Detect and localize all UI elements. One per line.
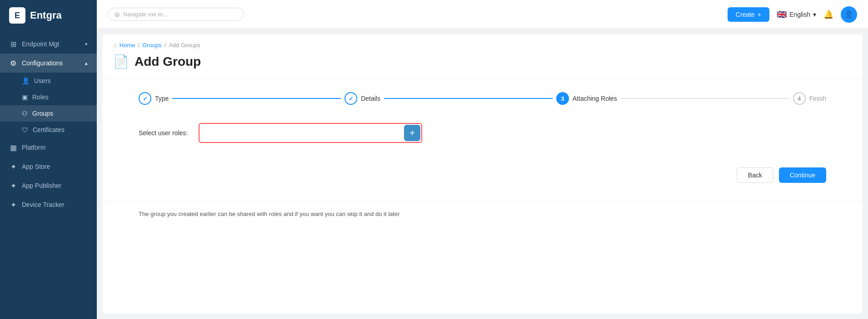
platform-icon: ▦ <box>9 143 17 152</box>
select-roles-row: Select user roles: + <box>139 123 826 143</box>
breadcrumb-home[interactable]: Home <box>120 42 135 49</box>
topbar-right: Create + 🇬🇧 English ▾ 🔔 👤 <box>728 6 857 23</box>
action-buttons: Back Continue <box>102 167 863 192</box>
create-label: Create <box>736 11 755 18</box>
search-box[interactable]: ◎ Navigate me to... <box>108 8 244 21</box>
page-header: 📄 Add Group <box>102 49 863 79</box>
logo-icon: E <box>9 7 25 24</box>
topbar: ◎ Navigate me to... Create + 🇬🇧 English … <box>97 0 868 29</box>
configurations-sub-nav: 👤 Users ▣ Roles ⚇ Groups 🛡 Certificates <box>0 73 97 138</box>
breadcrumb-sep2: / <box>165 42 166 49</box>
certificates-icon: 🛡 <box>22 126 28 133</box>
device-tracker-icon: ✦ <box>9 201 17 209</box>
app-store-icon: ✦ <box>9 162 17 171</box>
groups-icon: ⚇ <box>22 110 28 117</box>
create-button[interactable]: Create + <box>728 7 769 22</box>
language-selector[interactable]: 🇬🇧 English ▾ <box>777 10 816 20</box>
sidebar-item-app-publisher[interactable]: ✦ App Publisher <box>0 176 97 195</box>
configurations-icon: ⚙ <box>9 59 17 67</box>
sidebar-item-app-store[interactable]: ✦ App Store <box>0 157 97 176</box>
sidebar-item-users-label: Users <box>34 77 51 84</box>
step-type-label: Type <box>155 95 169 102</box>
main-area: ◎ Navigate me to... Create + 🇬🇧 English … <box>97 0 868 319</box>
chevron-down-icon: ▾ <box>85 41 88 47</box>
step-finish-circle: 4 <box>793 92 806 105</box>
sidebar-item-configurations-label: Configurations <box>22 59 63 67</box>
content-area: ⌂ Home / Groups / Add Groups 📄 Add Group… <box>102 34 863 314</box>
info-note: The group you created earlier can be sha… <box>102 201 863 217</box>
step-attaching-roles-label: Attaching Roles <box>573 95 617 102</box>
form-area: Select user roles: + <box>102 118 863 167</box>
info-note-text: The group you created earlier can be sha… <box>139 211 400 217</box>
step-connector-3 <box>621 98 789 99</box>
plus-icon: + <box>409 128 415 138</box>
notification-button[interactable]: 🔔 <box>823 10 833 20</box>
sidebar-logo: E Entgra <box>0 0 97 31</box>
role-input[interactable] <box>200 126 400 140</box>
logo-text: Entgra <box>30 10 62 21</box>
plus-icon: + <box>758 11 761 18</box>
sidebar: E Entgra ⊞ Endpoint Mgt ▾ ⚙ Configuratio… <box>0 0 97 319</box>
step-details: ✓ Details <box>344 92 380 105</box>
step-connector-1 <box>172 98 341 99</box>
step-finish: 4 Finish <box>793 92 826 105</box>
sidebar-item-endpoint-mgt[interactable]: ⊞ Endpoint Mgt ▾ <box>0 34 97 54</box>
search-placeholder: Navigate me to... <box>123 11 168 18</box>
role-input-wrapper: + <box>199 123 422 143</box>
sidebar-item-certificates-label: Certificates <box>33 126 65 133</box>
select-roles-label: Select user roles: <box>139 129 193 137</box>
sidebar-item-platform-label: Platform <box>22 144 45 151</box>
sidebar-item-certificates[interactable]: 🛡 Certificates <box>0 122 97 138</box>
breadcrumb-current: Add Groups <box>169 42 200 49</box>
search-icon: ◎ <box>115 11 120 18</box>
sidebar-item-roles[interactable]: ▣ Roles <box>0 89 97 105</box>
step-attaching-roles-circle: 3 <box>556 92 569 105</box>
endpoint-mgt-icon: ⊞ <box>9 40 17 48</box>
page-icon: 📄 <box>113 54 129 69</box>
sidebar-item-endpoint-mgt-label: Endpoint Mgt <box>22 40 60 48</box>
sidebar-item-app-store-label: App Store <box>22 163 50 170</box>
app-publisher-icon: ✦ <box>9 182 17 190</box>
user-avatar[interactable]: 👤 <box>841 6 857 23</box>
sidebar-item-device-tracker-label: Device Tracker <box>22 201 64 208</box>
step-type-circle: ✓ <box>139 92 151 105</box>
bell-icon: 🔔 <box>823 10 833 19</box>
sidebar-item-app-publisher-label: App Publisher <box>22 182 61 189</box>
flag-icon: 🇬🇧 <box>777 10 787 20</box>
avatar-icon: 👤 <box>844 10 853 19</box>
sidebar-item-configurations[interactable]: ⚙ Configurations ▴ <box>0 54 97 73</box>
step-details-label: Details <box>361 95 380 102</box>
sidebar-item-users[interactable]: 👤 Users <box>0 73 97 89</box>
sidebar-nav: ⊞ Endpoint Mgt ▾ ⚙ Configurations ▴ 👤 Us… <box>0 31 97 319</box>
sidebar-item-platform[interactable]: ▦ Platform <box>0 138 97 157</box>
sidebar-item-roles-label: Roles <box>32 93 49 101</box>
step-details-circle: ✓ <box>344 92 357 105</box>
sidebar-item-groups-label: Groups <box>32 110 53 117</box>
step-attaching-roles: 3 Attaching Roles <box>556 92 617 105</box>
chevron-up-icon: ▴ <box>85 60 88 66</box>
back-button[interactable]: Back <box>737 167 773 183</box>
language-label: English <box>789 11 810 18</box>
step-finish-label: Finish <box>809 95 826 102</box>
home-icon: ⌂ <box>113 42 117 49</box>
roles-icon: ▣ <box>22 93 28 101</box>
breadcrumb: ⌂ Home / Groups / Add Groups <box>102 34 863 49</box>
breadcrumb-sep1: / <box>138 42 140 49</box>
chevron-down-icon: ▾ <box>813 11 816 18</box>
add-role-button[interactable]: + <box>404 125 420 141</box>
sidebar-item-device-tracker[interactable]: ✦ Device Tracker <box>0 195 97 214</box>
breadcrumb-groups[interactable]: Groups <box>142 42 162 49</box>
continue-button[interactable]: Continue <box>779 167 826 183</box>
step-connector-2 <box>384 98 553 99</box>
page-title: Add Group <box>135 54 201 69</box>
sidebar-item-groups[interactable]: ⚇ Groups <box>0 105 97 122</box>
users-icon: 👤 <box>22 77 30 84</box>
stepper: ✓ Type ✓ Details 3 Attaching Roles 4 Fin… <box>102 79 863 118</box>
step-type: ✓ Type <box>139 92 169 105</box>
